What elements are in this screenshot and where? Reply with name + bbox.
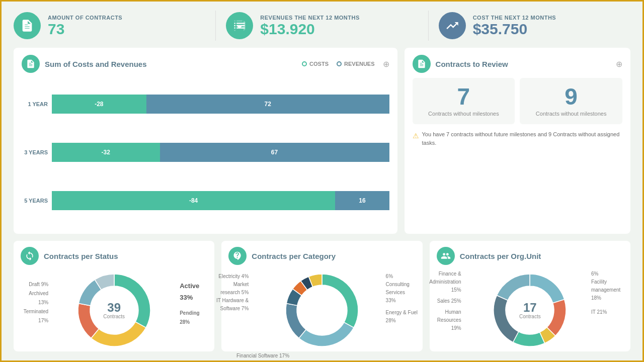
warning-text: You have 7 contracts without future mile… — [422, 130, 622, 147]
chart-legend: COSTS REVENUES ⊕ — [302, 59, 389, 69]
legend-revenues: REVENUES — [337, 61, 375, 67]
warning-icon: ⚠ — [413, 131, 419, 141]
bar-chart: 1 YEAR-28723 YEARS-32675 YEARS-8416 — [22, 78, 389, 227]
cost-segment: -84 — [52, 191, 335, 210]
review-number-1: 7 — [418, 85, 510, 108]
org-donut-center: 17 Contracts — [519, 302, 541, 319]
bar-row-label: 5 YEARS — [22, 198, 48, 204]
costs-panel-header: Sum of Costs and Revenues COSTS REVENUES… — [22, 55, 389, 73]
metric-revenues: REVENUES THE NEXT 12 MONTHS $13.920 — [226, 12, 418, 39]
status-panel: Contracts per Status 39 Contracts Draft … — [14, 241, 214, 351]
status-right-labels: Active 33% Pending 28% — [180, 280, 199, 327]
review-target-icon[interactable]: ⊕ — [616, 59, 622, 69]
costs-text: COST THE NEXT 12 MONTHS $35.750 — [473, 15, 556, 37]
bar-row-label: 1 YEAR — [22, 101, 48, 107]
contracts-icon — [14, 12, 41, 39]
status-panel-header: Contracts per Status — [21, 247, 207, 265]
cost-segment: -28 — [52, 95, 146, 114]
divider-1 — [215, 11, 216, 41]
category-chart-area: Electricity 4% Market research 5% IT Har… — [228, 270, 415, 350]
category-panel-header: Contracts per Category — [228, 247, 415, 265]
bar-row: 3 YEARS-3267 — [22, 143, 389, 162]
costs-panel-title: Sum of Costs and Revenues — [45, 60, 297, 68]
org-left-labels: Finance & Administration 15% Sales 25% H… — [429, 270, 461, 332]
status-donut-wrapper: 39 Contracts Draft 9% Archived 13% Termi… — [74, 270, 154, 350]
category-donut-center — [309, 298, 335, 323]
review-panel-icon — [413, 55, 431, 73]
bar-row: 1 YEAR-2872 — [22, 95, 389, 114]
divider-2 — [428, 11, 429, 41]
category-panel-title: Contracts per Category — [252, 252, 415, 260]
target-icon[interactable]: ⊕ — [383, 59, 389, 69]
category-panel-icon — [228, 247, 247, 265]
revenues-text: REVENUES THE NEXT 12 MONTHS $13.920 — [260, 15, 359, 37]
review-panel: Contracts to Review ⊕ 7 Contracts withou… — [405, 48, 630, 234]
category-right-labels: 6% Consulting Services 33% Energy & Fuel… — [386, 273, 418, 325]
status-chart-area: 39 Contracts Draft 9% Archived 13% Termi… — [21, 270, 207, 350]
category-left-labels: Electricity 4% Market research 5% IT Har… — [216, 273, 249, 313]
revenues-label: REVENUES THE NEXT 12 MONTHS — [260, 15, 359, 21]
bar-row-label: 3 YEARS — [22, 149, 48, 155]
contracts-label: AMOUNT OF CONTRACTS — [48, 15, 122, 21]
legend-costs: COSTS — [302, 61, 329, 67]
category-donut-wrapper: Electricity 4% Market research 5% IT Har… — [282, 270, 362, 350]
bar-container: -2872 — [52, 95, 389, 114]
category-panel: Contracts per Category Electricity 4% Ma… — [221, 241, 422, 351]
org-panel-icon — [437, 247, 455, 265]
costs-icon — [439, 12, 466, 39]
review-cards: 7 Contracts without milestones 9 Contrac… — [413, 78, 622, 124]
review-panel-header: Contracts to Review ⊕ — [413, 55, 622, 73]
metric-contracts: AMOUNT OF CONTRACTS 73 — [14, 12, 205, 39]
costs-panel-icon — [22, 55, 40, 73]
org-panel-title: Contracts per Org.Unit — [460, 252, 623, 260]
revenue-segment: 72 — [146, 95, 389, 114]
revenue-segment: 16 — [335, 191, 389, 210]
contracts-value: 73 — [48, 21, 122, 37]
review-card-2: 9 Contracts without milestones — [520, 78, 622, 124]
status-panel-icon — [21, 247, 39, 265]
bottom-row: Contracts per Status 39 Contracts Draft … — [14, 241, 630, 351]
org-right-labels: 6% Facility management 18% IT 21% — [591, 270, 620, 316]
org-chart-area: 17 Contracts Finance & Administration 15… — [437, 270, 623, 350]
review-card-1: 7 Contracts without milestones — [413, 78, 515, 124]
costs-panel: Sum of Costs and Revenues COSTS REVENUES… — [14, 48, 397, 234]
revenues-icon — [226, 12, 253, 39]
review-warning: ⚠ You have 7 contracts without future mi… — [413, 130, 622, 147]
status-donut-center: 39 Contracts — [103, 302, 125, 319]
metric-costs: COST THE NEXT 12 MONTHS $35.750 — [439, 12, 630, 39]
bar-container: -3267 — [52, 143, 389, 162]
costs-label: COST THE NEXT 12 MONTHS — [473, 15, 556, 21]
status-panel-title: Contracts per Status — [44, 252, 207, 260]
org-panel-header: Contracts per Org.Unit — [437, 247, 623, 265]
revenues-dot — [337, 61, 342, 66]
main-row: Sum of Costs and Revenues COSTS REVENUES… — [14, 48, 630, 234]
status-left-labels: Draft 9% Archived 13% Terminated 17% — [24, 280, 48, 325]
review-panel-title: Contracts to Review — [436, 60, 611, 68]
bar-container: -8416 — [52, 191, 389, 210]
bar-row: 5 YEARS-8416 — [22, 191, 389, 210]
review-card-label-2: Contracts without milestones — [525, 110, 617, 117]
org-panel: Contracts per Org.Unit 17 Contracts Fina… — [430, 241, 630, 351]
cost-segment: -32 — [52, 143, 160, 162]
revenue-segment: 67 — [160, 143, 389, 162]
review-number-2: 9 — [525, 85, 617, 108]
contracts-text: AMOUNT OF CONTRACTS 73 — [48, 15, 122, 37]
costs-dot — [302, 61, 307, 66]
category-bottom-label: Financial Software 17% — [236, 353, 289, 358]
revenues-value: $13.920 — [260, 21, 359, 37]
org-donut-wrapper: 17 Contracts Finance & Administration 15… — [490, 270, 570, 350]
review-card-label-1: Contracts without milestones — [418, 110, 510, 117]
costs-value: $35.750 — [473, 21, 556, 37]
metrics-row: AMOUNT OF CONTRACTS 73 REVENUES THE NEXT… — [14, 11, 630, 41]
